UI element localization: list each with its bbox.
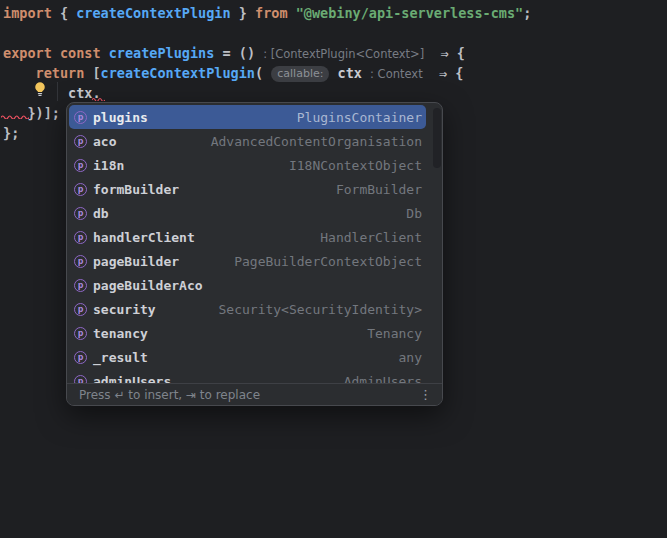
property-icon: p xyxy=(74,279,87,292)
code-token xyxy=(329,65,337,81)
completion-item-name: security xyxy=(93,302,156,317)
property-icon: p xyxy=(74,135,87,148)
code-token: })]; xyxy=(27,105,60,121)
completion-item-security[interactable]: psecuritySecurity<SecurityIdentity> xyxy=(69,297,426,321)
completion-item-type: Security<SecurityIdentity> xyxy=(219,302,423,317)
completion-list: ppluginsPluginsContainerpacoAdvancedCont… xyxy=(67,103,442,383)
property-icon: p xyxy=(74,111,87,124)
completion-item-type: FormBuilder xyxy=(336,182,422,197)
code-token xyxy=(288,5,296,21)
completion-item-type: PageBuilderContextObject xyxy=(234,254,422,269)
code-token: [ xyxy=(84,65,100,81)
code-token: ( xyxy=(255,65,271,81)
code-token: ⇒ { xyxy=(423,65,464,81)
code-token: ; xyxy=(523,5,531,21)
code-token: "@webiny/api-serverless-cms" xyxy=(296,5,524,21)
completion-item-name: adminUsers xyxy=(93,374,171,384)
completion-item-name: db xyxy=(93,206,109,221)
completion-item-name: aco xyxy=(93,134,116,149)
completion-item-plugins[interactable]: ppluginsPluginsContainer xyxy=(69,105,426,129)
completion-item-tenancy[interactable]: ptenancyTenancy xyxy=(69,321,426,345)
code-line[interactable]: return [createContextPlugin( callable: c… xyxy=(3,63,531,83)
completion-item-pageBuilderAco[interactable]: ppageBuilderAco xyxy=(69,273,426,297)
property-icon: p xyxy=(74,231,87,244)
property-icon: p xyxy=(74,375,87,384)
completion-item-name: pageBuilderAco xyxy=(93,278,203,293)
popup-footer: Press ↵ to insert, ⇥ to replace ⋮ xyxy=(67,383,442,405)
completion-item-handlerClient[interactable]: phandlerClientHandlerClient xyxy=(69,225,426,249)
code-token: callable: xyxy=(271,66,329,82)
completion-item-type: HandlerClient xyxy=(320,230,422,245)
completion-item-formBuilder[interactable]: pformBuilderFormBuilder xyxy=(69,177,426,201)
popup-scrollbar-thumb[interactable] xyxy=(433,108,441,168)
completion-item-adminUsers[interactable]: padminUsersAdminUsers xyxy=(69,369,426,383)
completion-item-pageBuilder[interactable]: ppageBuilderPageBuilderContextObject xyxy=(69,249,426,273)
error-squiggle-closing-line xyxy=(1,114,29,119)
code-token: createContextPlugin xyxy=(76,5,230,21)
completion-item-i18n[interactable]: pi18nI18NContextObject xyxy=(69,153,426,177)
code-line[interactable] xyxy=(3,23,531,43)
completion-item-name: pageBuilder xyxy=(93,254,179,269)
property-icon: p xyxy=(74,159,87,172)
completion-item-type: any xyxy=(399,350,422,365)
code-token: ⇒ { xyxy=(424,45,465,61)
code-token: createContextPlugin xyxy=(101,65,255,81)
completion-item-name: _result xyxy=(93,350,148,365)
autocomplete-popup: ppluginsPluginsContainerpacoAdvancedCont… xyxy=(66,102,443,406)
property-icon: p xyxy=(74,327,87,340)
property-icon: p xyxy=(74,351,87,364)
code-token: const xyxy=(60,45,101,61)
property-icon: p xyxy=(74,207,87,220)
completion-item-type: Tenancy xyxy=(367,326,422,341)
completion-item-db[interactable]: pdbDb xyxy=(69,201,426,225)
completion-item-name: handlerClient xyxy=(93,230,195,245)
completion-item-aco[interactable]: pacoAdvancedContentOrganisation xyxy=(69,129,426,153)
property-icon: p xyxy=(74,255,87,268)
completion-item-name: plugins xyxy=(93,110,148,125)
code-token: createPlugins xyxy=(109,45,215,61)
code-token: }; xyxy=(3,125,19,141)
completion-item-type: I18NContextObject xyxy=(289,158,422,173)
code-token: export xyxy=(3,45,52,61)
code-token: import xyxy=(3,5,52,21)
completion-item-type: Db xyxy=(406,206,422,221)
completion-item-type: AdminUsers xyxy=(344,374,422,384)
intention-lightbulb-icon[interactable] xyxy=(32,81,48,97)
more-options-icon[interactable]: ⋮ xyxy=(419,387,432,402)
code-line[interactable]: export const createPlugins = () : [Conte… xyxy=(3,43,531,63)
indent-guide xyxy=(57,82,58,101)
code-token: = () xyxy=(214,45,263,61)
completion-item-_result[interactable]: p_resultany xyxy=(69,345,426,369)
code-token: return xyxy=(36,65,85,81)
completion-item-name: i18n xyxy=(93,158,124,173)
code-token: } xyxy=(231,5,255,21)
code-token xyxy=(101,45,109,61)
code-token xyxy=(52,45,60,61)
code-token xyxy=(3,65,36,81)
code-token: ctx xyxy=(338,65,371,81)
code-token: : [ContextPlugin<Context>] xyxy=(263,47,424,61)
property-icon: p xyxy=(74,183,87,196)
completion-item-name: formBuilder xyxy=(93,182,179,197)
code-line[interactable]: import { createContextPlugin } from "@we… xyxy=(3,3,531,23)
completion-hint-text: Press ↵ to insert, ⇥ to replace xyxy=(79,388,260,402)
property-icon: p xyxy=(74,303,87,316)
code-token: : Context xyxy=(370,67,423,81)
error-squiggle-after-dot xyxy=(92,97,105,101)
code-token: from xyxy=(255,5,288,21)
completion-item-name: tenancy xyxy=(93,326,148,341)
code-line[interactable]: ctx. xyxy=(3,83,531,103)
completion-item-type: PluginsContainer xyxy=(297,110,422,125)
completion-item-type: AdvancedContentOrganisation xyxy=(211,134,422,149)
code-token: { xyxy=(52,5,76,21)
